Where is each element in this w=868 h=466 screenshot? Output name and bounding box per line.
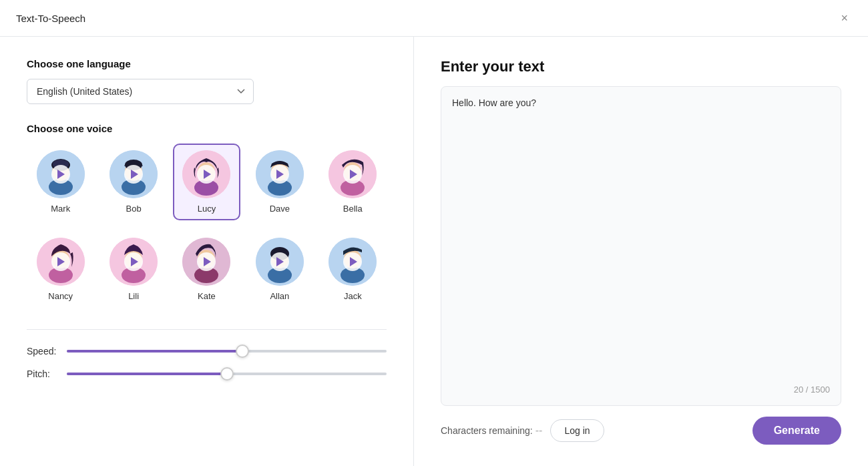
dialog-title: Text-To-Speech: [16, 13, 85, 24]
slider-section: Speed: Pitch:: [27, 329, 387, 379]
speed-label: Speed:: [27, 346, 67, 357]
voice-avatar-nancy: [37, 238, 85, 286]
voice-name-bella: Bella: [343, 204, 363, 214]
text-input[interactable]: Hello. How are you?: [452, 97, 830, 379]
voice-name-jack: Jack: [344, 291, 362, 301]
voice-item-lucy[interactable]: Lucy: [173, 144, 240, 220]
left-panel: Choose one language English (United Stat…: [0, 37, 414, 466]
play-triangle-lucy: [204, 170, 211, 179]
pitch-slider[interactable]: [67, 373, 387, 375]
voice-avatar-lili: [110, 238, 158, 286]
voice-avatar-bella: [329, 150, 377, 198]
right-panel: Enter your text Hello. How are you? 20 /…: [414, 37, 868, 466]
chars-dashes: --: [535, 425, 543, 437]
play-button-dave[interactable]: [270, 165, 289, 184]
dialog-header: Text-To-Speech ×: [0, 0, 868, 37]
voice-item-allan[interactable]: Allan: [246, 231, 313, 308]
voice-item-lili[interactable]: Lili: [99, 231, 167, 308]
play-triangle-mark: [57, 170, 65, 179]
play-button-allan[interactable]: [270, 252, 289, 271]
chars-remaining-label: Characters remaining:: [441, 425, 533, 436]
text-area-wrapper: Hello. How are you? 20 / 1500: [441, 86, 841, 406]
language-section-label: Choose one language: [27, 58, 387, 69]
play-triangle-kate: [204, 257, 211, 266]
voice-avatar-allan: [256, 238, 304, 286]
pitch-label: Pitch:: [27, 369, 67, 379]
pitch-row: Pitch:: [27, 369, 387, 379]
right-title: Enter your text: [441, 58, 841, 75]
play-triangle-lili: [131, 257, 138, 266]
voice-item-dave[interactable]: Dave: [246, 144, 313, 220]
pitch-fill: [67, 373, 227, 375]
voice-name-dave: Dave: [270, 204, 290, 214]
voice-section-label: Choose one voice: [27, 123, 387, 134]
voice-avatar-dave: [256, 150, 304, 198]
play-button-nancy[interactable]: [51, 252, 70, 271]
char-count: 20 / 1500: [452, 385, 830, 395]
voice-item-bob[interactable]: Bob: [99, 144, 167, 220]
speed-row: Speed:: [27, 346, 387, 357]
bottom-left: Characters remaining: -- Log in: [441, 419, 604, 442]
play-button-lili[interactable]: [124, 252, 143, 271]
close-button[interactable]: ×: [837, 11, 852, 25]
voice-grid: Mark: [27, 144, 387, 308]
play-triangle-bob: [131, 170, 138, 179]
play-triangle-nancy: [57, 257, 65, 266]
voice-item-kate[interactable]: Kate: [173, 231, 240, 308]
play-button-bob[interactable]: [124, 165, 143, 184]
pitch-thumb[interactable]: [220, 367, 234, 381]
play-triangle-allan: [276, 257, 284, 266]
voice-name-nancy: Nancy: [48, 291, 73, 301]
voice-name-kate: Kate: [198, 291, 216, 301]
voice-avatar-bob: [110, 150, 158, 198]
voice-item-nancy[interactable]: Nancy: [27, 231, 94, 308]
voice-avatar-mark: [37, 150, 85, 198]
speed-thumb[interactable]: [236, 344, 249, 358]
login-button[interactable]: Log in: [550, 419, 604, 442]
voice-name-bob: Bob: [126, 204, 142, 214]
play-triangle-bella: [350, 170, 357, 179]
voice-item-bella[interactable]: Bella: [319, 144, 387, 220]
text-to-speech-dialog: Text-To-Speech × Choose one language Eng…: [0, 0, 868, 466]
play-triangle-jack: [350, 257, 357, 266]
voice-section: Choose one voice: [27, 123, 387, 308]
dialog-body: Choose one language English (United Stat…: [0, 37, 868, 466]
voice-name-allan: Allan: [270, 291, 289, 301]
voice-item-jack[interactable]: Jack: [319, 231, 387, 308]
voice-avatar-lucy: [182, 150, 230, 198]
play-triangle-dave: [276, 170, 284, 179]
speed-fill: [67, 350, 242, 353]
voice-avatar-kate: [182, 238, 230, 286]
language-select[interactable]: English (United States) English (UK) Spa…: [27, 79, 254, 104]
generate-button[interactable]: Generate: [752, 417, 841, 445]
voice-item-mark[interactable]: Mark: [27, 144, 94, 220]
voice-name-lili: Lili: [128, 291, 139, 301]
voice-avatar-jack: [329, 238, 377, 286]
speed-slider[interactable]: [67, 350, 387, 353]
play-button-mark[interactable]: [51, 165, 70, 184]
voice-name-lucy: Lucy: [198, 204, 216, 214]
bottom-bar: Characters remaining: -- Log in Generate: [441, 406, 841, 445]
voice-name-mark: Mark: [51, 204, 70, 214]
